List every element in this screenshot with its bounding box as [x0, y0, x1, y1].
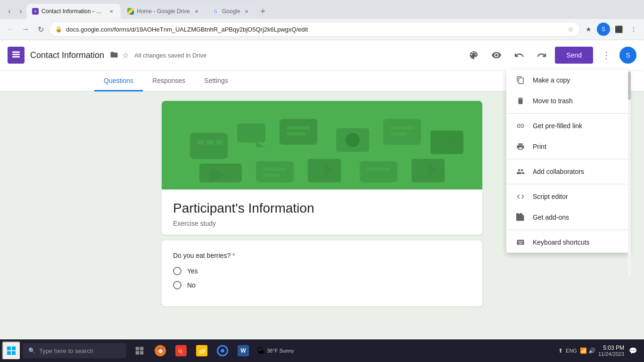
tab-back-nav[interactable]: ‹: [4, 6, 15, 17]
svg-rect-18: [390, 132, 407, 136]
undo-button[interactable]: [510, 46, 528, 65]
header-actions: Send ⋮ S: [464, 46, 636, 65]
svg-rect-16: [383, 119, 421, 145]
more-options-button[interactable]: ⋮: [597, 46, 616, 65]
menu-divider-1: [506, 113, 629, 114]
taskbar: 🔍 Type here to search ⏰ 🎁 📁: [0, 339, 644, 362]
tab-settings[interactable]: Settings: [195, 70, 238, 91]
browser-tab-drive[interactable]: Home - Google Drive ✕: [122, 4, 206, 19]
copy-icon: [516, 75, 525, 85]
svg-rect-4: [190, 133, 228, 159]
form-title-section: Participant's Information Exercise study: [162, 189, 482, 235]
preview-button[interactable]: [487, 46, 506, 65]
profile-button[interactable]: S: [597, 23, 610, 36]
google-tab-title: Google: [222, 8, 240, 15]
browser-tab-google[interactable]: G Google ✕: [207, 4, 256, 19]
menu-item-make-copy[interactable]: Make a copy: [506, 70, 629, 90]
app-red[interactable]: 🎁: [172, 341, 190, 360]
tab-responses[interactable]: Responses: [143, 70, 195, 91]
clock-app[interactable]: ⏰: [151, 341, 170, 360]
radio-yes[interactable]: [173, 267, 182, 275]
menu-item-keyboard-shortcuts[interactable]: Keyboard shortcuts: [506, 232, 629, 253]
option-no: No: [173, 281, 471, 289]
tray-icon-1[interactable]: ⬆: [558, 347, 563, 354]
saved-status: All changes saved in Drive: [134, 52, 206, 59]
google-tab-close[interactable]: ✕: [243, 8, 250, 15]
svg-rect-29: [367, 167, 390, 171]
redo-button[interactable]: [532, 46, 551, 65]
url-bar[interactable]: 🔒 docs.google.com/forms/d/19AOHeTnm_UALZ…: [49, 22, 580, 37]
file-explorer-app[interactable]: 📁: [192, 341, 211, 360]
required-indicator: *: [232, 252, 235, 259]
palette-button[interactable]: [464, 46, 483, 65]
form-title: Participant's Information: [173, 201, 471, 216]
svg-rect-32: [136, 347, 140, 351]
menu-item-prefilled-link[interactable]: Get pre-filled link: [506, 115, 629, 136]
forms-tab-close[interactable]: ✕: [107, 8, 115, 15]
svg-rect-1: [12, 54, 20, 55]
menu-script-label: Script editor: [533, 193, 568, 200]
system-tray: ⬆ ENG 📶 🔊 5:03 PM 11/24/2023 💬: [558, 345, 642, 357]
keyboard-icon: [516, 238, 525, 247]
word-app[interactable]: W: [234, 341, 253, 360]
task-view-button[interactable]: [130, 341, 149, 360]
question-text: Do you eat berries? *: [173, 252, 471, 259]
menu-item-add-collaborators[interactable]: Add collaborators: [506, 161, 629, 182]
svg-rect-6: [206, 140, 214, 145]
notification-button[interactable]: 💬: [627, 345, 638, 356]
dropdown-menu: Make a copy Move to trash Get pre-filled…: [506, 70, 629, 253]
drive-favicon: [127, 8, 134, 15]
weather-text: 38°F Sunny: [267, 348, 294, 354]
language-indicator: ENG: [566, 348, 577, 354]
menu-move-trash-label: Move to trash: [533, 97, 573, 105]
wifi-icon[interactable]: 📶: [580, 347, 587, 354]
bookmark-action[interactable]: ★: [582, 23, 595, 36]
app-header: Contact Information ☆ All changes saved …: [0, 40, 644, 70]
link-icon: [516, 121, 525, 131]
weather-widget: 🌤 38°F Sunny: [256, 346, 294, 356]
browser-actions: ★ S ⬛ ⋮: [582, 23, 640, 36]
taskbar-search[interactable]: 🔍 Type here to search: [23, 343, 126, 358]
menu-item-print[interactable]: Print: [506, 136, 629, 157]
volume-icon[interactable]: 🔊: [588, 347, 595, 354]
browser-tab-forms[interactable]: ≡ Contact Information - Google F... ✕: [26, 4, 121, 19]
menu-item-move-to-trash[interactable]: Move to trash: [506, 90, 629, 111]
menu-collaborators-label: Add collaborators: [533, 168, 584, 175]
app-logo: [8, 47, 25, 64]
user-avatar[interactable]: S: [619, 47, 636, 64]
svg-rect-7: [216, 140, 223, 145]
svg-rect-25: [263, 173, 280, 177]
menu-item-script-editor[interactable]: Script editor: [506, 186, 629, 207]
option-yes: Yes: [173, 267, 471, 275]
back-button[interactable]: ←: [4, 23, 17, 36]
svg-rect-11: [287, 126, 310, 130]
windows-logo: [7, 346, 16, 355]
svg-rect-34: [136, 351, 140, 355]
move-to-folder-button[interactable]: [108, 49, 120, 62]
menu-item-get-addons[interactable]: Get add-ons: [506, 207, 629, 228]
send-button[interactable]: Send: [555, 47, 593, 64]
menu-prefilled-label: Get pre-filled link: [533, 122, 582, 130]
forward-button[interactable]: →: [19, 23, 32, 36]
svg-rect-2: [12, 56, 20, 58]
reload-button[interactable]: ↻: [34, 23, 47, 36]
url-text: docs.google.com/forms/d/19AOHeTnm_UALZMG…: [66, 26, 564, 33]
form-header-card: Participant's Information Exercise study: [162, 101, 482, 235]
start-button[interactable]: [2, 341, 21, 360]
radio-no[interactable]: [173, 281, 182, 289]
svg-rect-0: [12, 51, 20, 53]
new-tab-button[interactable]: +: [256, 5, 269, 18]
bookmark-icon[interactable]: ☆: [568, 25, 574, 33]
drive-tab-close[interactable]: ✕: [193, 8, 200, 15]
clock[interactable]: 5:03 PM 11/24/2023: [598, 345, 624, 357]
browser-menu[interactable]: ⋮: [627, 23, 640, 36]
tab-forward-nav[interactable]: ›: [15, 6, 26, 17]
chrome-app[interactable]: [213, 341, 232, 360]
extensions-button[interactable]: ⬛: [612, 23, 625, 36]
tab-questions[interactable]: Questions: [94, 70, 143, 91]
svg-rect-12: [287, 132, 305, 136]
star-button[interactable]: ☆: [120, 49, 131, 62]
svg-rect-35: [140, 351, 144, 355]
tab-bar: ‹ › ≡ Contact Information - Google F... …: [0, 0, 644, 19]
menu-divider-3: [506, 184, 629, 184]
